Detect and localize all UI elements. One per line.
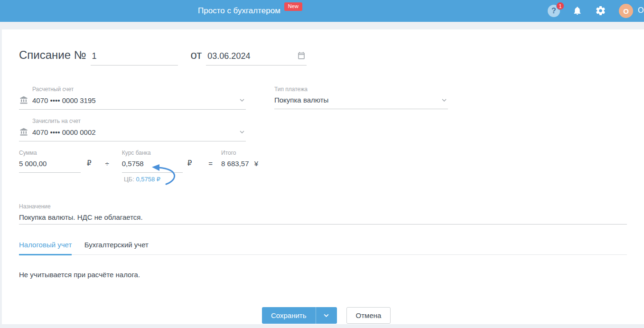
account-from-value: 4070 •••• 0000 3195 [32, 96, 96, 104]
purpose-label: Назначение [19, 203, 627, 210]
document-date-input[interactable]: 03.06.2024 [206, 51, 307, 66]
calculation-row: Сумма 5 000,00 ₽ ÷ Курс банка 0,5758 ₽ =… [19, 150, 258, 173]
account-to-value: 4070 •••• 0000 0002 [32, 128, 96, 136]
app-title: Просто с бухгалтером [198, 6, 280, 16]
total-field: Итого 8 683,57 ¥ [221, 150, 258, 168]
action-buttons: Сохранить Отмена [262, 307, 391, 324]
save-options-button[interactable] [316, 307, 337, 324]
bell-icon [572, 6, 582, 16]
payment-type-select[interactable]: Тип платежа Покупка валюты [274, 86, 448, 109]
account-to-select[interactable]: Зачислить на счет 4070 •••• 0000 0002 [19, 118, 246, 141]
total-currency-sign: ¥ [254, 159, 258, 168]
purpose-field[interactable]: Назначение Покупка валюты. НДС не облага… [19, 203, 627, 225]
calendar-icon[interactable] [297, 51, 306, 62]
account-to-label: Зачислить на счет [32, 118, 246, 124]
chevron-down-icon [238, 96, 246, 104]
account-from-label: Расчетный счет [32, 86, 246, 93]
rate-currency-sign: ₽ [187, 159, 192, 168]
bank-icon [19, 128, 28, 136]
document-number-input[interactable]: 1 [91, 51, 178, 66]
avatar[interactable]: O [619, 4, 633, 18]
gear-icon [595, 5, 606, 16]
save-button[interactable]: Сохранить [262, 307, 316, 324]
payment-type-label: Тип платежа [274, 86, 448, 93]
tab-content-text: Не учитывается при расчёте налога. [19, 271, 140, 279]
bank-icon [19, 96, 28, 104]
new-badge: New [284, 2, 302, 11]
chevron-down-icon [323, 312, 330, 319]
amount-input[interactable]: 5 000,00 [19, 159, 81, 173]
bank-rate-label: Курс банка [122, 150, 183, 156]
cancel-button[interactable]: Отмена [346, 307, 391, 324]
notifications-button[interactable] [572, 6, 582, 18]
amount-currency-sign: ₽ [87, 159, 92, 168]
amount-label: Сумма [19, 150, 81, 156]
document-title-row: Списание № 1 от 03.06.2024 [19, 48, 307, 66]
payment-type-value: Покупка валюты [274, 96, 328, 104]
document-form: Списание № 1 от 03.06.2024 Расчетный сче… [2, 29, 644, 324]
amount-field[interactable]: Сумма 5 000,00 [19, 150, 81, 173]
date-value: 03.06.2024 [207, 51, 250, 61]
help-notification-badge: 1 [556, 2, 564, 10]
chevron-down-icon [238, 128, 246, 136]
page-title: Списание № [19, 48, 86, 62]
cb-rate-arrow-icon [149, 162, 184, 187]
date-preposition: от [191, 48, 202, 62]
tab-bookkeeping[interactable]: Бухгалтерский учет [84, 241, 149, 255]
tab-tax-accounting[interactable]: Налоговый учет [19, 241, 72, 255]
total-label: Итого [221, 150, 258, 156]
total-value: 8 683,57 [221, 159, 249, 168]
username-label[interactable]: О [638, 6, 644, 15]
top-bar: Просто с бухгалтером New ? 1 O О [0, 0, 644, 22]
divide-sign: ÷ [105, 159, 109, 168]
purpose-input[interactable]: Покупка валюты. НДС не облагается. [19, 213, 143, 221]
help-button[interactable]: ? 1 [548, 5, 560, 17]
equals-sign: = [208, 159, 213, 168]
settings-button[interactable] [595, 5, 606, 18]
tab-bar: Налоговый учет Бухгалтерский учет [19, 241, 627, 255]
cb-rate-label: ЦБ: [124, 176, 134, 183]
account-from-select[interactable]: Расчетный счет 4070 •••• 0000 3195 [19, 86, 246, 110]
save-split-button[interactable]: Сохранить [262, 307, 337, 324]
chevron-down-icon [440, 96, 448, 104]
